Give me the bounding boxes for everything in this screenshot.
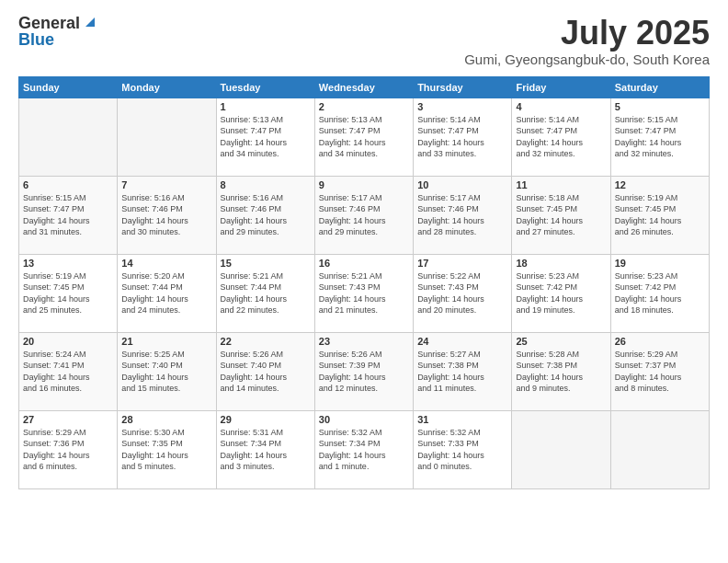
- day-number: 8: [221, 179, 311, 190]
- day-info: Sunrise: 5:19 AM Sunset: 7:45 PM Dayligh…: [23, 270, 113, 316]
- day-number: 30: [319, 414, 409, 425]
- calendar-cell: 31Sunrise: 5:32 AM Sunset: 7:33 PM Dayli…: [414, 410, 512, 488]
- week-row-3: 13Sunrise: 5:19 AM Sunset: 7:45 PM Dayli…: [19, 254, 710, 332]
- day-number: 1: [221, 101, 311, 112]
- calendar-table: SundayMondayTuesdayWednesdayThursdayFrid…: [18, 76, 710, 489]
- calendar-cell: 8Sunrise: 5:16 AM Sunset: 7:46 PM Daylig…: [216, 176, 314, 254]
- day-info: Sunrise: 5:17 AM Sunset: 7:46 PM Dayligh…: [417, 192, 507, 238]
- calendar-cell: 3Sunrise: 5:14 AM Sunset: 7:47 PM Daylig…: [414, 98, 512, 176]
- day-number: 2: [319, 101, 409, 112]
- calendar-cell: 28Sunrise: 5:30 AM Sunset: 7:35 PM Dayli…: [118, 410, 216, 488]
- day-info: Sunrise: 5:31 AM Sunset: 7:34 PM Dayligh…: [221, 427, 311, 473]
- day-info: Sunrise: 5:21 AM Sunset: 7:44 PM Dayligh…: [221, 270, 311, 316]
- day-number: 28: [121, 414, 211, 425]
- day-number: 11: [516, 179, 606, 190]
- day-number: 13: [23, 258, 113, 269]
- calendar-cell: 11Sunrise: 5:18 AM Sunset: 7:45 PM Dayli…: [512, 176, 610, 254]
- day-info: Sunrise: 5:20 AM Sunset: 7:44 PM Dayligh…: [121, 270, 211, 316]
- calendar-cell: [610, 410, 709, 488]
- day-number: 14: [121, 258, 211, 269]
- day-info: Sunrise: 5:29 AM Sunset: 7:36 PM Dayligh…: [23, 427, 113, 473]
- weekday-sunday: Sunday: [19, 76, 118, 98]
- day-info: Sunrise: 5:16 AM Sunset: 7:46 PM Dayligh…: [121, 192, 211, 238]
- weekday-tuesday: Tuesday: [216, 76, 314, 98]
- day-info: Sunrise: 5:28 AM Sunset: 7:38 PM Dayligh…: [516, 349, 606, 395]
- day-number: 18: [516, 258, 606, 269]
- day-info: Sunrise: 5:19 AM Sunset: 7:45 PM Dayligh…: [615, 192, 705, 238]
- day-info: Sunrise: 5:25 AM Sunset: 7:40 PM Dayligh…: [121, 349, 211, 395]
- day-number: 25: [516, 336, 606, 347]
- day-info: Sunrise: 5:26 AM Sunset: 7:39 PM Dayligh…: [319, 349, 409, 395]
- calendar-cell: 12Sunrise: 5:19 AM Sunset: 7:45 PM Dayli…: [610, 176, 709, 254]
- day-number: 17: [417, 258, 507, 269]
- day-number: 24: [417, 336, 507, 347]
- weekday-saturday: Saturday: [610, 76, 709, 98]
- day-number: 5: [615, 101, 705, 112]
- day-number: 10: [417, 179, 507, 190]
- day-info: Sunrise: 5:18 AM Sunset: 7:45 PM Dayligh…: [516, 192, 606, 238]
- calendar-cell: 5Sunrise: 5:15 AM Sunset: 7:47 PM Daylig…: [610, 98, 709, 176]
- day-number: 9: [319, 179, 409, 190]
- calendar-cell: 14Sunrise: 5:20 AM Sunset: 7:44 PM Dayli…: [118, 254, 216, 332]
- calendar-cell: 25Sunrise: 5:28 AM Sunset: 7:38 PM Dayli…: [512, 332, 610, 410]
- calendar-cell: 18Sunrise: 5:23 AM Sunset: 7:42 PM Dayli…: [512, 254, 610, 332]
- weekday-friday: Friday: [512, 76, 610, 98]
- day-number: 15: [221, 258, 311, 269]
- calendar-body: 1Sunrise: 5:13 AM Sunset: 7:47 PM Daylig…: [19, 98, 710, 488]
- day-info: Sunrise: 5:13 AM Sunset: 7:47 PM Dayligh…: [319, 114, 409, 160]
- calendar-cell: 16Sunrise: 5:21 AM Sunset: 7:43 PM Dayli…: [314, 254, 413, 332]
- day-info: Sunrise: 5:22 AM Sunset: 7:43 PM Dayligh…: [417, 270, 507, 316]
- calendar-cell: 1Sunrise: 5:13 AM Sunset: 7:47 PM Daylig…: [216, 98, 314, 176]
- day-info: Sunrise: 5:30 AM Sunset: 7:35 PM Dayligh…: [121, 427, 211, 473]
- weekday-row: SundayMondayTuesdayWednesdayThursdayFrid…: [19, 76, 710, 98]
- page: General Blue July 2025 Gumi, Gyeongsangb…: [0, 0, 728, 563]
- title-area: July 2025 Gumi, Gyeongsangbuk-do, South …: [464, 15, 710, 67]
- day-info: Sunrise: 5:26 AM Sunset: 7:40 PM Dayligh…: [221, 349, 311, 395]
- day-number: 21: [121, 336, 211, 347]
- logo-general: General: [18, 15, 80, 31]
- day-info: Sunrise: 5:17 AM Sunset: 7:46 PM Dayligh…: [319, 192, 409, 238]
- header: General Blue July 2025 Gumi, Gyeongsangb…: [18, 15, 710, 67]
- day-number: 12: [615, 179, 705, 190]
- week-row-2: 6Sunrise: 5:15 AM Sunset: 7:47 PM Daylig…: [19, 176, 710, 254]
- day-number: 20: [23, 336, 113, 347]
- calendar-cell: 4Sunrise: 5:14 AM Sunset: 7:47 PM Daylig…: [512, 98, 610, 176]
- weekday-monday: Monday: [118, 76, 216, 98]
- calendar-cell: 30Sunrise: 5:32 AM Sunset: 7:34 PM Dayli…: [314, 410, 413, 488]
- day-info: Sunrise: 5:24 AM Sunset: 7:41 PM Dayligh…: [23, 349, 113, 395]
- calendar-cell: 15Sunrise: 5:21 AM Sunset: 7:44 PM Dayli…: [216, 254, 314, 332]
- day-info: Sunrise: 5:21 AM Sunset: 7:43 PM Dayligh…: [319, 270, 409, 316]
- svg-marker-0: [85, 17, 95, 27]
- day-info: Sunrise: 5:27 AM Sunset: 7:38 PM Dayligh…: [417, 349, 507, 395]
- calendar-cell: 24Sunrise: 5:27 AM Sunset: 7:38 PM Dayli…: [414, 332, 512, 410]
- day-number: 31: [417, 414, 507, 425]
- calendar-cell: 6Sunrise: 5:15 AM Sunset: 7:47 PM Daylig…: [19, 176, 118, 254]
- week-row-4: 20Sunrise: 5:24 AM Sunset: 7:41 PM Dayli…: [19, 332, 710, 410]
- calendar-cell: 13Sunrise: 5:19 AM Sunset: 7:45 PM Dayli…: [19, 254, 118, 332]
- calendar-cell: 20Sunrise: 5:24 AM Sunset: 7:41 PM Dayli…: [19, 332, 118, 410]
- calendar-cell: [512, 410, 610, 488]
- calendar-cell: 7Sunrise: 5:16 AM Sunset: 7:46 PM Daylig…: [118, 176, 216, 254]
- day-info: Sunrise: 5:16 AM Sunset: 7:46 PM Dayligh…: [221, 192, 311, 238]
- subtitle: Gumi, Gyeongsangbuk-do, South Korea: [464, 52, 710, 67]
- day-info: Sunrise: 5:15 AM Sunset: 7:47 PM Dayligh…: [23, 192, 113, 238]
- day-number: 6: [23, 179, 113, 190]
- day-number: 26: [615, 336, 705, 347]
- day-number: 4: [516, 101, 606, 112]
- calendar-cell: 17Sunrise: 5:22 AM Sunset: 7:43 PM Dayli…: [414, 254, 512, 332]
- day-info: Sunrise: 5:32 AM Sunset: 7:33 PM Dayligh…: [417, 427, 507, 473]
- calendar-header: SundayMondayTuesdayWednesdayThursdayFrid…: [19, 76, 710, 98]
- day-number: 29: [221, 414, 311, 425]
- day-info: Sunrise: 5:15 AM Sunset: 7:47 PM Dayligh…: [615, 114, 705, 160]
- week-row-1: 1Sunrise: 5:13 AM Sunset: 7:47 PM Daylig…: [19, 98, 710, 176]
- calendar-cell: 27Sunrise: 5:29 AM Sunset: 7:36 PM Dayli…: [19, 410, 118, 488]
- week-row-5: 27Sunrise: 5:29 AM Sunset: 7:36 PM Dayli…: [19, 410, 710, 488]
- day-number: 19: [615, 258, 705, 269]
- day-number: 16: [319, 258, 409, 269]
- calendar-cell: 26Sunrise: 5:29 AM Sunset: 7:37 PM Dayli…: [610, 332, 709, 410]
- weekday-thursday: Thursday: [414, 76, 512, 98]
- day-number: 27: [23, 414, 113, 425]
- calendar-cell: [118, 98, 216, 176]
- day-info: Sunrise: 5:32 AM Sunset: 7:34 PM Dayligh…: [319, 427, 409, 473]
- day-number: 22: [221, 336, 311, 347]
